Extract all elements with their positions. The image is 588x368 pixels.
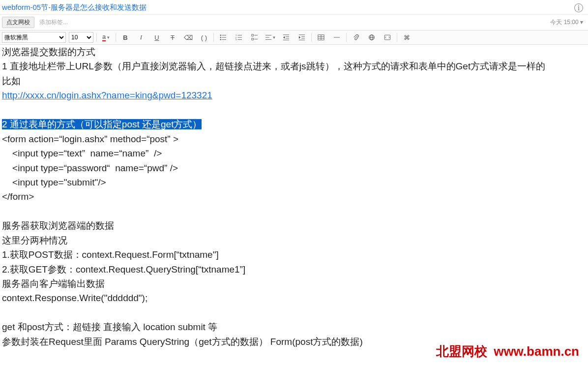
info-icon[interactable]: i [574, 3, 583, 12]
hr-button[interactable] [330, 32, 343, 43]
toolbar-separator [311, 33, 312, 42]
toolbar-separator [213, 33, 214, 42]
editor-toolbar: 微软雅黑 10 a▼ B I U T ⌫ ( ) 123 ▼ ⌘ [0, 31, 588, 45]
content-line: 服务器向客户端输出数据 [2, 276, 586, 291]
code-block-button[interactable] [381, 32, 394, 43]
link-button[interactable] [365, 32, 378, 43]
watermark: 北盟网校 www.bamn.cn [436, 343, 579, 351]
content-line: <form action=“login.ashx” method=“post” … [2, 132, 586, 146]
bold-button[interactable]: B [119, 32, 132, 43]
content-line: 2.获取GET参数：context.Request.QueryString[“t… [2, 262, 586, 276]
toolbar-separator [116, 33, 116, 42]
underline-button[interactable]: U [150, 32, 163, 43]
svg-rect-12 [252, 34, 254, 36]
watermark-text: 北盟网校 [436, 344, 487, 351]
outdent-button[interactable] [280, 32, 293, 43]
bullet-list-button[interactable] [217, 32, 230, 43]
content-line: 1.获取POST数据：context.Request.Form[“txtname… [2, 247, 586, 262]
content-line: 浏览器提交数据的方式 [2, 45, 586, 59]
content-line: get 和post方式：超链接 直接输入 location submit 等 [2, 320, 586, 334]
add-tag-input[interactable]: 添加标签... [39, 18, 68, 27]
content-line: </form> [2, 189, 586, 204]
svg-rect-14 [252, 38, 254, 40]
content-line: 服务器获取浏览器端的数据 [2, 218, 586, 233]
content-line: 这里分两种情况 [2, 233, 586, 247]
tag-row: 点文网校 添加标签... 今天 15:00 ▾ [0, 15, 588, 31]
tag-chip[interactable]: 点文网校 [2, 17, 34, 28]
toolbar-separator [346, 33, 347, 42]
title-bar: webform-05节-服务器是怎么接收和发送数据 i [0, 0, 588, 15]
svg-marker-28 [299, 36, 301, 38]
svg-point-4 [220, 39, 221, 40]
font-size-select[interactable]: 10 [69, 32, 93, 43]
strikethrough-button[interactable]: T [166, 32, 179, 43]
content-line: <input type=“text” name=“name” /> [2, 146, 586, 160]
watermark-url: www.bamn.cn [494, 344, 579, 351]
svg-point-0 [220, 35, 221, 36]
svg-point-2 [220, 37, 221, 38]
editor-content[interactable]: 浏览器提交数据的方式 1 直接地址栏带上URL参数（用户直接浏览器输入，超链接点… [0, 45, 588, 351]
content-line: <input type="submit"/> [2, 175, 586, 189]
toolbar-separator [96, 33, 97, 42]
align-button[interactable]: ▼ [264, 32, 277, 43]
numbered-list-button[interactable]: 123 [233, 32, 245, 43]
italic-button[interactable]: I [135, 32, 147, 43]
content-line: 比如 [2, 74, 586, 88]
clear-format-button[interactable]: ⌫ [182, 32, 195, 43]
indent-button[interactable] [295, 32, 308, 43]
svg-text:3: 3 [235, 38, 237, 41]
content-line: context.Response.Write("dddddd"); [2, 291, 586, 305]
table-button[interactable] [315, 32, 327, 43]
highlighted-text: 2 通过表单的方式（可以指定post 还是get方式） [2, 119, 202, 129]
shortcut-button[interactable]: ⌘ [400, 32, 413, 43]
timestamp-dropdown[interactable]: 今天 15:00 ▾ [550, 18, 583, 27]
svg-marker-23 [283, 36, 285, 38]
content-line: <input type=“password“ name=“pwd” /> [2, 161, 586, 175]
toolbar-separator [397, 33, 397, 42]
content-link[interactable]: http://xxxx.cn/login.ashx?name=king&pwd=… [2, 90, 212, 100]
content-line: 1 直接地址栏带上URL参数（用户直接浏览器输入，超链接点进来，或者js跳转），… [2, 59, 586, 73]
brackets-button[interactable]: ( ) [198, 32, 210, 43]
note-title[interactable]: webform-05节-服务器是怎么接收和发送数据 [2, 3, 147, 12]
attachment-button[interactable] [350, 32, 362, 43]
font-color-button[interactable]: a▼ [100, 32, 113, 43]
font-family-select[interactable]: 微软雅黑 [2, 32, 66, 43]
checklist-button[interactable] [248, 32, 261, 43]
